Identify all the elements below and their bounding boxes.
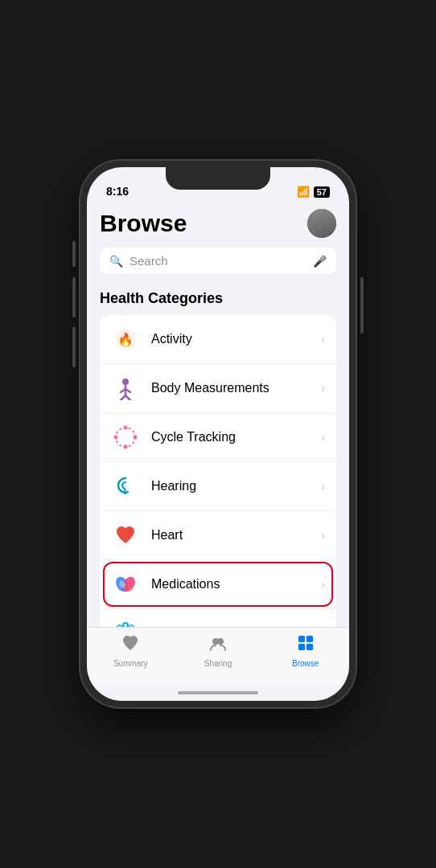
- list-item[interactable]: Medications ›: [100, 560, 336, 609]
- body-measurements-icon: [111, 374, 140, 403]
- svg-rect-30: [298, 636, 305, 642]
- home-indicator: [87, 685, 349, 701]
- tab-browse-label: Browse: [292, 659, 319, 668]
- hearing-icon: [111, 472, 140, 501]
- category-label: Body Measurements: [151, 381, 321, 395]
- svg-point-8: [116, 428, 135, 447]
- home-bar: [178, 691, 258, 694]
- chevron-right-icon: ›: [321, 480, 325, 493]
- category-label: Mindfulness: [151, 626, 321, 627]
- search-bar[interactable]: 🔍 Search 🎤: [100, 248, 336, 274]
- tab-bar: Summary Sharing: [87, 627, 349, 685]
- svg-line-7: [125, 395, 130, 400]
- list-item[interactable]: Cycle Tracking ›: [100, 413, 336, 462]
- notch: [166, 167, 270, 190]
- power-button: [360, 277, 364, 334]
- heart-icon: [111, 521, 140, 550]
- volume-up-button: [72, 277, 76, 317]
- svg-rect-32: [298, 644, 305, 650]
- category-label: Hearing: [151, 479, 321, 493]
- chevron-right-icon: ›: [321, 431, 325, 444]
- chevron-right-icon: ›: [321, 382, 325, 395]
- cycle-tracking-icon: [111, 423, 140, 452]
- category-label: Cycle Tracking: [151, 430, 321, 444]
- svg-point-9: [124, 426, 128, 430]
- search-placeholder-text: Search: [130, 254, 306, 268]
- category-label: Activity: [151, 332, 321, 346]
- svg-point-12: [134, 436, 138, 440]
- avatar[interactable]: [307, 209, 336, 238]
- microphone-icon[interactable]: 🎤: [313, 255, 327, 268]
- category-label: Medications: [151, 577, 321, 592]
- tab-sharing[interactable]: Sharing: [175, 634, 262, 668]
- tab-summary-label: Summary: [113, 659, 148, 668]
- page-header: Browse: [100, 203, 336, 248]
- status-time: 8:16: [106, 185, 129, 198]
- svg-point-17: [123, 623, 128, 627]
- summary-icon: [121, 634, 139, 657]
- svg-line-6: [121, 395, 125, 400]
- svg-text:🔥: 🔥: [117, 332, 134, 347]
- svg-rect-33: [306, 644, 313, 650]
- svg-rect-31: [306, 636, 313, 642]
- list-item[interactable]: Heart ›: [100, 511, 336, 560]
- list-item[interactable]: 🔥 Activity ›: [100, 315, 336, 364]
- chevron-right-icon: ›: [321, 333, 325, 346]
- list-item[interactable]: Mindfulness ›: [100, 609, 336, 627]
- phone-frame: 8:16 📶 57 Browse 🔍 Search 🎤 Heal: [80, 161, 356, 707]
- phone-screen: 8:16 📶 57 Browse 🔍 Search 🎤 Heal: [87, 167, 349, 701]
- svg-point-21: [117, 625, 121, 627]
- section-title: Health Categories: [100, 290, 336, 307]
- svg-point-11: [114, 436, 118, 440]
- svg-point-10: [124, 445, 128, 449]
- volume-down-button: [72, 327, 76, 367]
- tab-browse[interactable]: Browse: [261, 634, 349, 668]
- category-list: 🔥 Activity ›: [100, 315, 336, 627]
- mindfulness-icon: [111, 619, 140, 627]
- list-item[interactable]: Body Measurements ›: [100, 364, 336, 413]
- search-icon: 🔍: [109, 255, 123, 268]
- chevron-right-icon: ›: [321, 529, 325, 542]
- status-icons: 📶 57: [297, 186, 330, 198]
- chevron-right-icon: ›: [321, 578, 325, 591]
- avatar-image: [307, 209, 336, 238]
- category-label: Heart: [151, 528, 321, 542]
- activity-icon: 🔥: [111, 325, 140, 354]
- page-title: Browse: [100, 210, 187, 237]
- sharing-icon: [209, 634, 227, 657]
- mute-button: [72, 241, 76, 267]
- list-item[interactable]: Hearing ›: [100, 462, 336, 511]
- tab-summary[interactable]: Summary: [87, 634, 175, 668]
- battery-icon: 57: [314, 186, 330, 198]
- browse-icon: [297, 634, 315, 657]
- wifi-icon: 📶: [297, 186, 310, 198]
- medications-icon: [111, 570, 140, 599]
- svg-point-22: [130, 625, 134, 627]
- svg-point-29: [217, 638, 224, 645]
- scroll-content: Browse 🔍 Search 🎤 Health Categories: [87, 203, 349, 627]
- tab-sharing-label: Sharing: [204, 659, 232, 668]
